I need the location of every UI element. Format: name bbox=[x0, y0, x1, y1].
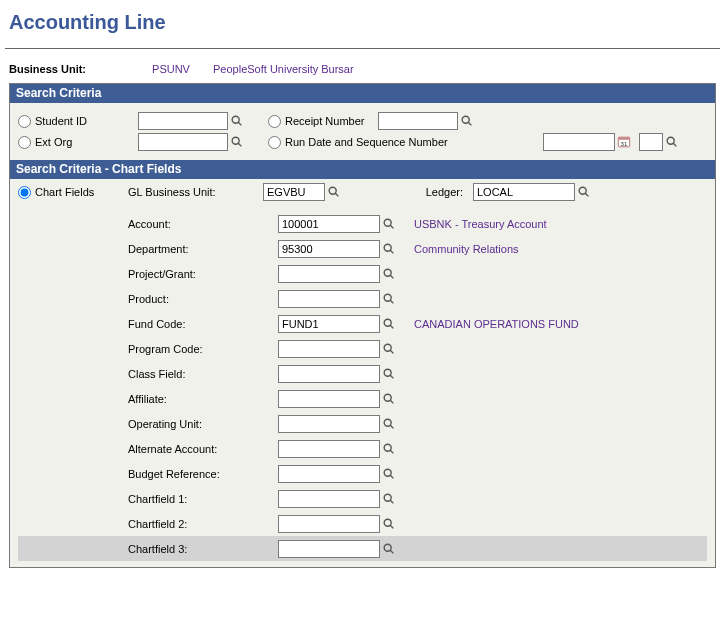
svg-line-5 bbox=[238, 143, 241, 146]
svg-line-24 bbox=[390, 325, 393, 328]
chartfield-label: Affiliate: bbox=[128, 393, 278, 405]
chartfield-input[interactable] bbox=[278, 390, 380, 408]
glbu-input[interactable] bbox=[263, 183, 325, 201]
svg-line-16 bbox=[390, 225, 393, 228]
lookup-icon[interactable] bbox=[382, 242, 396, 256]
svg-line-28 bbox=[390, 375, 393, 378]
chartfield-input[interactable] bbox=[278, 515, 380, 533]
chartfield-input[interactable] bbox=[278, 415, 380, 433]
student-id-radio[interactable] bbox=[18, 115, 31, 128]
lookup-icon[interactable] bbox=[382, 517, 396, 531]
svg-point-41 bbox=[384, 544, 391, 551]
extorg-radio[interactable] bbox=[18, 136, 31, 149]
chartfield-label: Department: bbox=[128, 243, 278, 255]
lookup-icon[interactable] bbox=[382, 492, 396, 506]
chartfield-input[interactable] bbox=[278, 240, 380, 258]
student-id-label: Student ID bbox=[35, 115, 87, 127]
svg-line-1 bbox=[238, 122, 241, 125]
lookup-icon[interactable] bbox=[230, 135, 244, 149]
lookup-icon[interactable] bbox=[460, 114, 474, 128]
ledger-input[interactable] bbox=[473, 183, 575, 201]
lookup-icon[interactable] bbox=[382, 292, 396, 306]
page-title: Accounting Line bbox=[5, 5, 720, 46]
svg-point-13 bbox=[579, 187, 586, 194]
svg-point-29 bbox=[384, 394, 391, 401]
chartfield-input[interactable] bbox=[278, 490, 380, 508]
svg-point-4 bbox=[232, 137, 239, 144]
chartfield-input[interactable] bbox=[278, 315, 380, 333]
lookup-icon[interactable] bbox=[382, 392, 396, 406]
rundate-input[interactable] bbox=[543, 133, 615, 151]
chartfield-row: Affiliate: bbox=[18, 386, 707, 411]
svg-line-3 bbox=[468, 122, 471, 125]
svg-line-12 bbox=[335, 193, 338, 196]
svg-point-19 bbox=[384, 269, 391, 276]
chartfield-input[interactable] bbox=[278, 290, 380, 308]
lookup-icon[interactable] bbox=[382, 542, 396, 556]
chartfield-input[interactable] bbox=[278, 215, 380, 233]
lookup-icon[interactable] bbox=[382, 367, 396, 381]
svg-point-33 bbox=[384, 444, 391, 451]
lookup-icon[interactable] bbox=[382, 417, 396, 431]
chartfield-label: Project/Grant: bbox=[128, 268, 278, 280]
calendar-icon[interactable]: 31 bbox=[617, 135, 631, 149]
chartfield-row: Account:USBNK - Treasury Account bbox=[18, 211, 707, 236]
ledger-label: Ledger: bbox=[353, 186, 473, 198]
chartfield-label: Chartfield 1: bbox=[128, 493, 278, 505]
extorg-radio-label[interactable]: Ext Org bbox=[18, 136, 138, 149]
lookup-icon[interactable] bbox=[382, 317, 396, 331]
receipt-radio[interactable] bbox=[268, 115, 281, 128]
student-id-radio-label[interactable]: Student ID bbox=[18, 115, 138, 128]
receipt-input[interactable] bbox=[378, 112, 458, 130]
lookup-icon[interactable] bbox=[665, 135, 679, 149]
lookup-icon[interactable] bbox=[230, 114, 244, 128]
rundate-radio-label[interactable]: Run Date and Sequence Number bbox=[268, 136, 543, 149]
chartfield-input[interactable] bbox=[278, 440, 380, 458]
lookup-icon[interactable] bbox=[382, 267, 396, 281]
svg-point-0 bbox=[232, 116, 239, 123]
receipt-radio-label[interactable]: Receipt Number bbox=[268, 115, 378, 128]
svg-point-23 bbox=[384, 319, 391, 326]
svg-point-25 bbox=[384, 344, 391, 351]
svg-line-36 bbox=[390, 475, 393, 478]
svg-line-34 bbox=[390, 450, 393, 453]
seq-input[interactable] bbox=[639, 133, 663, 151]
rundate-radio[interactable] bbox=[268, 136, 281, 149]
svg-line-30 bbox=[390, 400, 393, 403]
svg-point-31 bbox=[384, 419, 391, 426]
lookup-icon[interactable] bbox=[382, 442, 396, 456]
chartfield-label: Operating Unit: bbox=[128, 418, 278, 430]
chartfield-input[interactable] bbox=[278, 365, 380, 383]
chartfield-label: Class Field: bbox=[128, 368, 278, 380]
chartfield-input[interactable] bbox=[278, 540, 380, 558]
svg-line-10 bbox=[673, 143, 676, 146]
divider bbox=[5, 48, 720, 49]
chartfields-radio[interactable] bbox=[18, 186, 31, 199]
chartfield-row: Chartfield 1: bbox=[18, 486, 707, 511]
svg-point-11 bbox=[329, 187, 336, 194]
svg-line-40 bbox=[390, 525, 393, 528]
svg-point-39 bbox=[384, 519, 391, 526]
lookup-icon[interactable] bbox=[327, 185, 341, 199]
chartfields-radio-label[interactable]: Chart Fields bbox=[18, 186, 128, 199]
lookup-icon[interactable] bbox=[382, 217, 396, 231]
chartfield-label: Chartfield 2: bbox=[128, 518, 278, 530]
chartfield-desc: USBNK - Treasury Account bbox=[414, 218, 547, 230]
chartfield-input[interactable] bbox=[278, 340, 380, 358]
business-unit-name: PeopleSoft University Bursar bbox=[213, 63, 354, 75]
lookup-icon[interactable] bbox=[382, 467, 396, 481]
svg-line-20 bbox=[390, 275, 393, 278]
lookup-icon[interactable] bbox=[382, 342, 396, 356]
svg-text:31: 31 bbox=[621, 140, 628, 147]
student-id-input[interactable] bbox=[138, 112, 228, 130]
lookup-icon[interactable] bbox=[577, 185, 591, 199]
svg-point-2 bbox=[462, 116, 469, 123]
business-unit-label: Business Unit: bbox=[9, 63, 149, 75]
extorg-input[interactable] bbox=[138, 133, 228, 151]
chartfield-input[interactable] bbox=[278, 465, 380, 483]
chartfield-input[interactable] bbox=[278, 265, 380, 283]
chartfield-row: Project/Grant: bbox=[18, 261, 707, 286]
chartfield-label: Budget Reference: bbox=[128, 468, 278, 480]
svg-line-26 bbox=[390, 350, 393, 353]
chartfield-row: Budget Reference: bbox=[18, 461, 707, 486]
